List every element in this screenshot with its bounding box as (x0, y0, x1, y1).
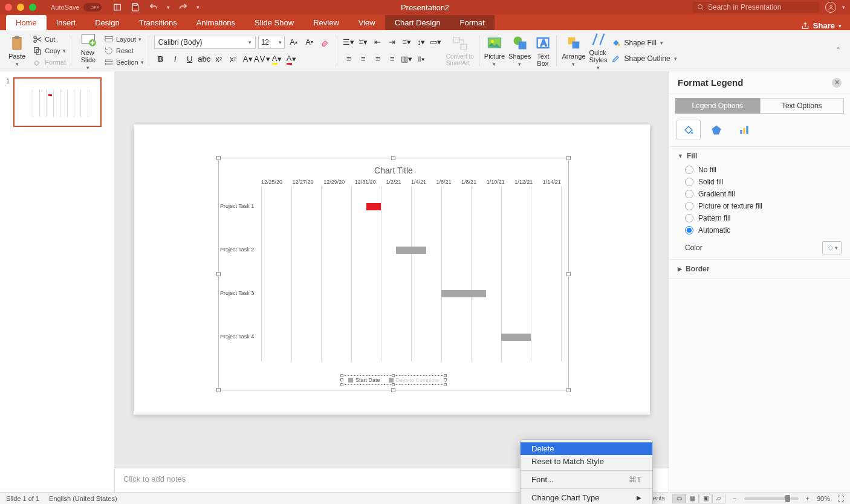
color-picker-button[interactable]: ▾ (822, 241, 842, 254)
align-left-button[interactable]: ≡ (342, 53, 355, 66)
decrease-font-button[interactable]: A▾ (303, 36, 316, 49)
resize-handle-br[interactable] (566, 388, 571, 392)
resize-handle-mr[interactable] (566, 272, 571, 276)
fit-to-window-button[interactable]: ⛶ (837, 495, 844, 502)
chart-bar-2[interactable] (396, 247, 426, 254)
bold-button[interactable]: B (154, 53, 167, 66)
cut-button[interactable]: Cut (33, 34, 66, 44)
text-direction-button[interactable]: ↕▾ (415, 36, 428, 49)
autosave-toggle[interactable]: OFF (83, 3, 102, 11)
font-color-button[interactable]: A▾ (285, 53, 298, 66)
undo-dropdown-icon[interactable]: ▾ (167, 4, 170, 10)
increase-font-button[interactable]: A▴ (287, 36, 300, 49)
redo-icon[interactable] (178, 2, 188, 12)
zoom-slider[interactable] (744, 497, 799, 500)
justify-button[interactable]: ≡ (386, 53, 399, 66)
picture-button[interactable]: Picture▾ (484, 34, 505, 67)
slide-thumbnail-1[interactable] (13, 77, 102, 127)
tab-design[interactable]: Design (85, 15, 129, 30)
close-pane-button[interactable]: ✕ (832, 78, 842, 88)
char-spacing-button[interactable]: AV▾ (256, 53, 269, 66)
radio-picture-fill[interactable]: Picture or texture fill (678, 200, 842, 212)
fill-line-tab[interactable] (676, 120, 701, 140)
border-section-header[interactable]: ▶Border (678, 265, 842, 273)
bullets-button[interactable]: ☰▾ (342, 36, 355, 49)
sorter-view-button[interactable]: ▦ (686, 494, 699, 503)
home-qat-icon[interactable] (112, 2, 122, 12)
tab-text-options[interactable]: Text Options (760, 98, 845, 114)
tab-animations[interactable]: Animations (187, 15, 245, 30)
reading-view-button[interactable]: ▣ (699, 494, 712, 503)
shape-outline-button[interactable]: Shape Outline▾ (611, 54, 677, 63)
fill-section-header[interactable]: ▼Fill (678, 152, 842, 160)
resize-handle-tm[interactable] (391, 156, 395, 160)
tab-format[interactable]: Format (450, 15, 495, 30)
effects-tab[interactable] (704, 120, 728, 140)
underline-button[interactable]: U (183, 53, 196, 66)
chart-legend[interactable]: Start Date Days to Complete (342, 375, 446, 385)
tab-home[interactable]: Home (6, 15, 47, 30)
highlight-button[interactable]: A▾ (270, 53, 284, 66)
slideshow-view-button[interactable]: ▱ (712, 494, 725, 503)
increase-indent-button[interactable]: ⇥ (386, 36, 399, 49)
radio-no-fill[interactable]: No fill (678, 164, 842, 176)
textbox-button[interactable]: A Text Box (534, 34, 551, 67)
share-dropdown-icon[interactable]: ▾ (839, 23, 842, 29)
ctx-change-chart-type[interactable]: Change Chart Type▶ (521, 491, 652, 504)
new-slide-button[interactable]: New Slide▾ (80, 31, 97, 71)
chart-bar-3[interactable] (441, 290, 486, 297)
share-button[interactable]: Share (813, 21, 835, 30)
search-input[interactable]: Search in Presentation (692, 2, 819, 13)
section-button[interactable]: Section▾ (104, 57, 144, 67)
font-size-select[interactable]: 12▾ (258, 36, 285, 49)
collapse-ribbon-button[interactable]: ˄ (836, 46, 845, 56)
superscript-button[interactable]: x2 (212, 53, 225, 66)
arrange-button[interactable]: Arrange▾ (562, 34, 585, 67)
italic-button[interactable]: I (169, 53, 182, 66)
canvas-area[interactable]: Chart Title 12/25/20 12/27/20 12/29/20 1… (115, 71, 669, 468)
resize-handle-tl[interactable] (216, 156, 221, 160)
resize-handle-ml[interactable] (216, 272, 221, 276)
qat-customize-icon[interactable]: ▾ (196, 4, 200, 10)
shape-fill-button[interactable]: Shape Fill▾ (611, 38, 677, 48)
chart-bar-4[interactable] (501, 334, 531, 341)
clear-formatting-button[interactable] (319, 36, 332, 49)
legend-options-tab[interactable] (732, 120, 756, 140)
numbering-button[interactable]: ≡▾ (357, 36, 370, 49)
radio-automatic[interactable]: Automatic (678, 224, 842, 236)
slide-counter[interactable]: Slide 1 of 1 (6, 495, 39, 502)
minimize-window-icon[interactable] (17, 4, 24, 11)
zoom-level[interactable]: 90% (817, 495, 830, 502)
strikethrough-button[interactable]: abc (198, 53, 211, 66)
zoom-out-button[interactable]: − (733, 495, 736, 502)
user-dropdown-icon[interactable]: ▾ (842, 4, 845, 10)
chart-bar-1[interactable] (366, 203, 381, 210)
change-case-button[interactable]: A▾ (241, 53, 255, 66)
language-indicator[interactable]: English (United States) (49, 495, 117, 502)
tab-slideshow[interactable]: Slide Show (245, 15, 303, 30)
chart-title[interactable]: Chart Title (219, 158, 568, 175)
resize-handle-tr[interactable] (566, 156, 571, 160)
chart-object[interactable]: Chart Title 12/25/20 12/27/20 12/29/20 1… (218, 158, 569, 390)
quick-styles-button[interactable]: Quick Styles▾ (589, 31, 608, 71)
tab-insert[interactable]: Insert (47, 15, 86, 30)
decrease-indent-button[interactable]: ⇤ (371, 36, 384, 49)
undo-icon[interactable] (149, 2, 158, 12)
tab-chart-design[interactable]: Chart Design (385, 15, 450, 30)
radio-gradient-fill[interactable]: Gradient fill (678, 188, 842, 200)
tab-view[interactable]: View (349, 15, 385, 30)
font-name-select[interactable]: Calibri (Body)▾ (154, 36, 256, 49)
layout-button[interactable]: Layout▾ (104, 34, 144, 44)
user-account-icon[interactable] (825, 2, 836, 13)
reset-button[interactable]: Reset (104, 46, 144, 56)
ctx-font[interactable]: Font...⌘T (521, 473, 652, 486)
save-icon[interactable] (131, 2, 140, 12)
resize-handle-bm[interactable] (391, 388, 395, 392)
zoom-in-button[interactable]: + (806, 495, 809, 502)
radio-solid-fill[interactable]: Solid fill (678, 176, 842, 188)
align-center-button[interactable]: ≡ (357, 53, 370, 66)
zoom-window-icon[interactable] (29, 4, 36, 11)
radio-pattern-fill[interactable]: Pattern fill (678, 212, 842, 224)
chart-plot-area[interactable]: Project Task 1 Project Task 2 Project Ta… (261, 186, 561, 361)
convert-smartart-button[interactable]: Convert to SmartArt (446, 35, 474, 66)
